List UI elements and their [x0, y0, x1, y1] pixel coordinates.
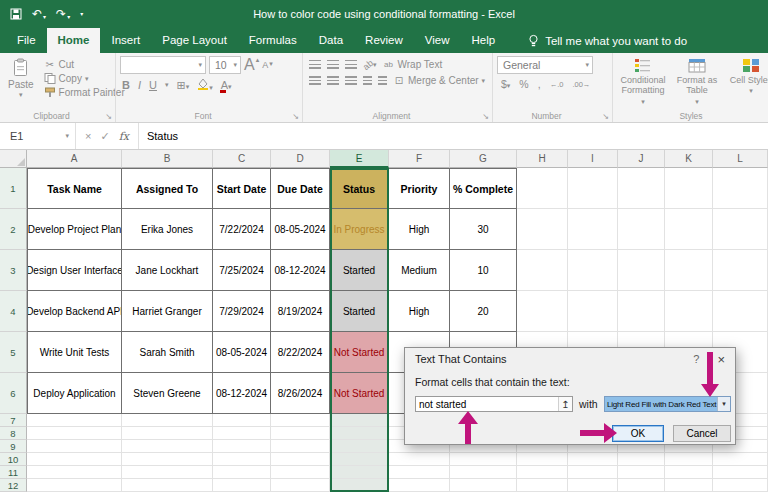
- cancel-button[interactable]: Cancel: [673, 425, 731, 442]
- cell-C11[interactable]: [213, 466, 271, 479]
- cell-C1[interactable]: Start Date: [213, 168, 271, 209]
- cell-F12[interactable]: [389, 479, 450, 492]
- cell-K12[interactable]: [665, 479, 713, 492]
- cell-B1[interactable]: Assigned To: [122, 168, 213, 209]
- cell-L10[interactable]: [713, 453, 768, 466]
- cell-K4[interactable]: [665, 291, 713, 332]
- cell-I10[interactable]: [568, 453, 618, 466]
- row-header-4[interactable]: 4: [0, 291, 27, 332]
- cell-E2[interactable]: In Progress: [330, 209, 389, 250]
- cell-H1[interactable]: [517, 168, 568, 209]
- cell-styles-button[interactable]: Cell Styles ▾: [725, 56, 768, 106]
- cell-D5[interactable]: 8/22/2024: [271, 332, 330, 373]
- cell-F2[interactable]: High: [389, 209, 450, 250]
- cell-E8[interactable]: [330, 427, 389, 440]
- dialog-close-button[interactable]: ×: [717, 352, 725, 367]
- enter-entry-icon[interactable]: ✓: [100, 130, 109, 143]
- cell-B9[interactable]: [122, 440, 213, 453]
- cell-E7[interactable]: [330, 414, 389, 427]
- increase-decimal-button[interactable]: ←.0: [550, 80, 564, 89]
- cell-L3[interactable]: [713, 250, 768, 291]
- cell-I2[interactable]: [568, 209, 618, 250]
- align-left-icon[interactable]: [309, 76, 321, 85]
- ok-button[interactable]: OK: [612, 425, 664, 442]
- cell-D3[interactable]: 08-12-2024: [271, 250, 330, 291]
- cell-C4[interactable]: 7/29/2024: [213, 291, 271, 332]
- cell-I1[interactable]: [568, 168, 618, 209]
- cell-J4[interactable]: [618, 291, 665, 332]
- cell-C5[interactable]: 08-05-2024: [213, 332, 271, 373]
- cell-J1[interactable]: [618, 168, 665, 209]
- cell-A11[interactable]: [27, 466, 122, 479]
- comma-button[interactable]: ,: [538, 78, 541, 90]
- cell-C8[interactable]: [213, 427, 271, 440]
- row-header-12[interactable]: 12: [0, 479, 27, 492]
- cell-K1[interactable]: [665, 168, 713, 209]
- cell-E11[interactable]: [330, 466, 389, 479]
- align-middle-icon[interactable]: [327, 60, 339, 69]
- shrink-font-button[interactable]: A▾: [262, 60, 273, 70]
- cell-B4[interactable]: Harriet Granger: [122, 291, 213, 332]
- cell-J10[interactable]: [618, 453, 665, 466]
- tab-review[interactable]: Review: [354, 28, 414, 53]
- decrease-indent-icon[interactable]: [363, 76, 372, 85]
- cell-K3[interactable]: [665, 250, 713, 291]
- tab-help[interactable]: Help: [461, 28, 507, 53]
- cell-D11[interactable]: [271, 466, 330, 479]
- cell-G10[interactable]: [450, 453, 517, 466]
- cell-A9[interactable]: [27, 440, 122, 453]
- help-button[interactable]: ?: [693, 353, 699, 365]
- align-bottom-icon[interactable]: [345, 60, 357, 69]
- increase-indent-icon[interactable]: [378, 76, 387, 85]
- cell-G3[interactable]: 10: [450, 250, 517, 291]
- column-header-J[interactable]: J: [618, 150, 665, 168]
- cell-A12[interactable]: [27, 479, 122, 492]
- row-header-3[interactable]: 3: [0, 250, 27, 291]
- cell-B2[interactable]: Erika Jones: [122, 209, 213, 250]
- tab-insert[interactable]: Insert: [100, 28, 151, 53]
- row-header-1[interactable]: 1: [0, 168, 27, 209]
- cell-A7[interactable]: [27, 414, 122, 427]
- tab-page-layout[interactable]: Page Layout: [151, 28, 238, 53]
- row-header-11[interactable]: 11: [0, 466, 27, 479]
- column-header-G[interactable]: G: [450, 150, 517, 168]
- cell-F3[interactable]: Medium: [389, 250, 450, 291]
- undo-button[interactable]: ↶▾: [32, 8, 46, 20]
- text-input[interactable]: [416, 397, 558, 411]
- column-header-B[interactable]: B: [122, 150, 213, 168]
- font-color-button[interactable]: A▾: [221, 79, 232, 91]
- alignment-dialog-launcher[interactable]: ↘: [482, 112, 489, 121]
- cell-C7[interactable]: [213, 414, 271, 427]
- grow-font-button[interactable]: A▴: [244, 56, 259, 74]
- column-header-I[interactable]: I: [568, 150, 618, 168]
- cell-B5[interactable]: Sarah Smith: [122, 332, 213, 373]
- number-dialog-launcher[interactable]: ↘: [602, 112, 609, 121]
- column-header-H[interactable]: H: [517, 150, 568, 168]
- column-header-K[interactable]: K: [665, 150, 713, 168]
- cell-C12[interactable]: [213, 479, 271, 492]
- cell-H4[interactable]: [517, 291, 568, 332]
- cell-D2[interactable]: 08-05-2024: [271, 209, 330, 250]
- row-header-6[interactable]: 6: [0, 373, 27, 414]
- borders-button[interactable]: ⊞▾: [176, 79, 189, 92]
- cell-D7[interactable]: [271, 414, 330, 427]
- underline-button[interactable]: U: [149, 79, 157, 91]
- column-header-A[interactable]: A: [27, 150, 122, 168]
- cell-F11[interactable]: [389, 466, 450, 479]
- cell-J3[interactable]: [618, 250, 665, 291]
- row-header-5[interactable]: 5: [0, 332, 27, 373]
- cell-G11[interactable]: [450, 466, 517, 479]
- collapse-dialog-icon[interactable]: ↥: [558, 397, 572, 411]
- cell-E1[interactable]: Status: [330, 168, 389, 209]
- align-center-icon[interactable]: [327, 76, 339, 85]
- cell-D9[interactable]: [271, 440, 330, 453]
- cell-G4[interactable]: 20: [450, 291, 517, 332]
- cell-H12[interactable]: [517, 479, 568, 492]
- cell-A1[interactable]: Task Name: [27, 168, 122, 209]
- percent-button[interactable]: %: [519, 78, 528, 90]
- cell-E12[interactable]: [330, 479, 389, 492]
- align-top-icon[interactable]: [309, 60, 321, 69]
- cell-A6[interactable]: Deploy Application: [27, 373, 122, 414]
- row-header-2[interactable]: 2: [0, 209, 27, 250]
- row-header-7[interactable]: 7: [0, 414, 27, 427]
